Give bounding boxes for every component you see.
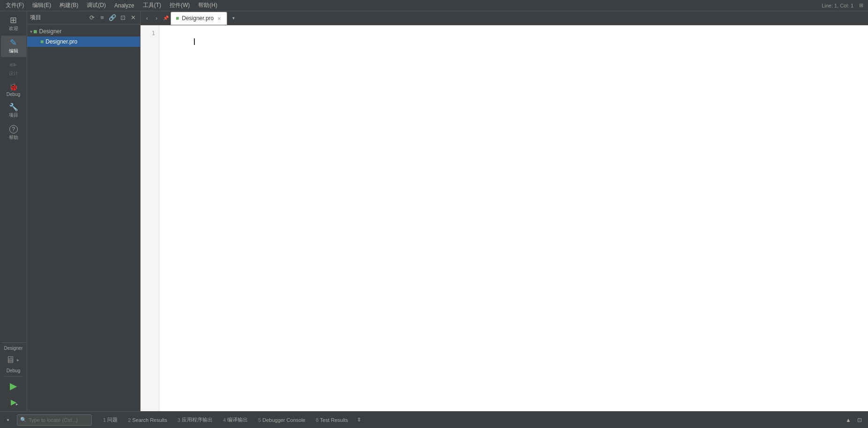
- grid-icon: ⊞: [10, 16, 17, 24]
- tab-num-8: 8: [316, 417, 319, 423]
- debug-run-button[interactable]: ▶▸: [6, 394, 21, 409]
- menu-item-file[interactable]: 文件(F): [2, 0, 28, 10]
- debug-icon: 🐞: [9, 83, 18, 91]
- project-panel: 项目 ⟳ ≡ 🔗 ⊡ ✕ ▾ ■ Designer ■ Designer.pro: [27, 11, 141, 411]
- menu-item-controls[interactable]: 控件(W): [166, 0, 193, 10]
- text-cursor: [194, 38, 195, 45]
- tab-nav-prev-button[interactable]: ‹: [142, 13, 152, 23]
- sidebar-item-edit[interactable]: ✎ 编辑: [1, 36, 26, 57]
- search-icon: 🔍: [20, 417, 27, 423]
- bottom-tabs: 1 问题 2 Search Results 3 应用程序输出 4 编译输出 5 …: [95, 414, 844, 426]
- designer-preview[interactable]: 🖥 ▸: [4, 353, 22, 367]
- designer-section: Designer 🖥 ▸ Debug: [1, 342, 25, 376]
- wrench-icon: 🔧: [9, 103, 18, 111]
- tree-file-item[interactable]: ■ Designer.pro: [27, 37, 140, 47]
- bottom-right-area: ▲ ⊡: [844, 415, 868, 425]
- menu-item-analyze[interactable]: Analyze: [111, 1, 138, 10]
- tab-label-test-results: Test Results: [320, 417, 348, 423]
- designer-arrow-icon: ▸: [17, 357, 19, 362]
- code-content[interactable]: [159, 25, 868, 411]
- screen-icon: 🖥: [6, 354, 15, 365]
- editor-tabs: ‹ › 📌 ■ Designer.pro × ▾: [141, 11, 868, 25]
- design-icon: ✏: [10, 61, 17, 69]
- project-close-button[interactable]: ✕: [129, 14, 137, 22]
- run-buttons-area: ▶ ▶▸: [4, 376, 23, 411]
- edit-icon: ✎: [10, 38, 17, 47]
- sidebar-item-welcome[interactable]: ⊞ 欢迎: [1, 13, 26, 35]
- tab-close-button[interactable]: ×: [216, 15, 222, 22]
- project-folder-icon: ■: [33, 28, 37, 35]
- designer-label: Designer: [4, 346, 22, 351]
- sidebar-item-help[interactable]: ? 帮助: [1, 122, 26, 144]
- tab-label-app-output: 应用程序输出: [182, 416, 213, 423]
- main-area: ⊞ 欢迎 ✎ 编辑 ✏ 设计 🐞 Debug 🔧 项目 ? 帮助 Designe…: [0, 11, 868, 411]
- help-icon: ?: [9, 125, 18, 133]
- project-split-button[interactable]: ⊡: [119, 14, 127, 22]
- line-number-1: 1: [152, 29, 155, 37]
- tab-label-compile-output: 编译输出: [227, 416, 248, 423]
- top-status-position: Line: 1, Col: 1: [822, 3, 853, 8]
- tab-label-debugger-console: Debugger Console: [262, 417, 305, 423]
- line-numbers: 1: [141, 25, 159, 411]
- bottom-left-area: ▪ 🔍: [0, 414, 95, 426]
- sidebar-design-label: 设计: [9, 70, 18, 77]
- tab-num-4: 4: [223, 417, 226, 423]
- sidebar-debug-label: Debug: [7, 92, 20, 97]
- bottom-maximize-button[interactable]: ⊡: [855, 415, 864, 425]
- tab-num-5: 5: [258, 417, 261, 423]
- tree-root-item[interactable]: ▾ ■ Designer: [27, 26, 140, 37]
- code-editor[interactable]: 1: [141, 25, 868, 411]
- menu-item-debug[interactable]: 调试(D): [83, 0, 110, 10]
- bottom-arrow-up-button[interactable]: ▲: [844, 415, 853, 425]
- run-icon: ▶: [10, 380, 17, 391]
- bottom-search-box[interactable]: 🔍: [17, 414, 92, 426]
- tab-num-3: 3: [178, 417, 180, 423]
- tab-nav-next-button[interactable]: ›: [152, 13, 161, 23]
- tab-num-1: 1: [103, 417, 106, 423]
- sidebar-help-label: 帮助: [9, 134, 18, 141]
- sidebar-edit-label: 编辑: [9, 48, 18, 54]
- tab-label: Designer.pro: [182, 15, 214, 22]
- menubar: 文件(F) 编辑(E) 构建(B) 调试(D) Analyze 工具(T) 控件…: [0, 0, 868, 11]
- tab-label-search-results: Search Results: [132, 417, 167, 423]
- tree-expand-arrow: ▾: [30, 29, 32, 34]
- bottom-tab-app-output[interactable]: 3 应用程序输出: [173, 414, 217, 426]
- menu-item-help[interactable]: 帮助(H): [194, 0, 221, 10]
- tab-label-issues: 问题: [107, 416, 118, 423]
- sidebar-item-debug[interactable]: 🐞 Debug: [1, 81, 26, 100]
- bottom-tab-debugger-console[interactable]: 5 Debugger Console: [253, 414, 310, 426]
- bottom-tab-test-results[interactable]: 8 Test Results: [311, 414, 353, 426]
- designer-debug-label: Debug: [4, 368, 22, 373]
- bottom-tabs-dropdown-button[interactable]: ⇕: [354, 415, 364, 425]
- menu-item-edit[interactable]: 编辑(E): [29, 0, 55, 10]
- editor-area: ‹ › 📌 ■ Designer.pro × ▾ 1: [141, 11, 868, 411]
- tab-file-icon: ■: [176, 15, 179, 22]
- bottom-toggle-button[interactable]: ▪: [3, 415, 13, 425]
- bottom-tab-compile-output[interactable]: 4 编译输出: [218, 414, 252, 426]
- sidebar-item-project[interactable]: 🔧 项目: [1, 101, 26, 121]
- tree-file-label: Designer.pro: [45, 38, 77, 45]
- tab-designer-pro[interactable]: ■ Designer.pro ×: [171, 12, 227, 25]
- bottom-tab-issues[interactable]: 1 问题: [98, 414, 122, 426]
- sidebar-project-label: 项目: [9, 112, 18, 118]
- project-panel-title: 项目: [30, 14, 86, 22]
- tree-root-label: Designer: [39, 28, 61, 35]
- project-link-button[interactable]: 🔗: [108, 14, 117, 22]
- sidebar-welcome-label: 欢迎: [9, 25, 18, 32]
- tab-dropdown-button[interactable]: ▾: [229, 13, 238, 23]
- debug-run-icon: ▶▸: [11, 398, 16, 406]
- run-button[interactable]: ▶: [6, 378, 21, 393]
- bottom-search-input[interactable]: [29, 417, 85, 423]
- project-tree: ▾ ■ Designer ■ Designer.pro: [27, 24, 140, 411]
- project-filter-button[interactable]: ≡: [98, 14, 106, 22]
- bottom-tab-search-results[interactable]: 2 Search Results: [123, 414, 172, 426]
- menu-item-tools[interactable]: 工具(T): [139, 0, 165, 10]
- sidebar-item-design[interactable]: ✏ 设计: [1, 58, 26, 80]
- menu-item-build[interactable]: 构建(B): [56, 0, 82, 10]
- project-panel-header: 项目 ⟳ ≡ 🔗 ⊡ ✕: [27, 11, 140, 24]
- tab-num-2: 2: [128, 417, 131, 423]
- top-status-extra-icon: ⊞: [859, 2, 863, 8]
- tab-pin-button[interactable]: 📌: [161, 13, 171, 23]
- project-sync-button[interactable]: ⟳: [88, 14, 96, 22]
- pro-file-icon: ■: [40, 38, 44, 45]
